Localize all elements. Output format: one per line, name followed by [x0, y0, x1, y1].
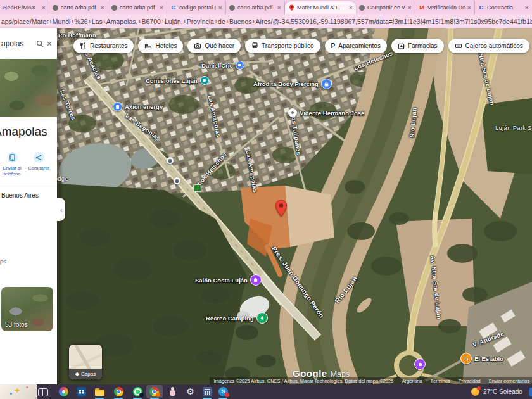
attribution-link[interactable]: Argentina	[402, 378, 422, 384]
clear-search-icon[interactable]: ×	[47, 39, 52, 49]
tab-verificacion[interactable]: M Verificación Docu... ×	[415, 1, 475, 14]
notification-badge	[156, 393, 160, 397]
poi-recreo-camping[interactable]: Recreo Camping	[206, 312, 268, 324]
poi-daniel-cric[interactable]: Daniel Cric	[201, 61, 244, 70]
close-icon[interactable]: ×	[101, 4, 104, 11]
address-bar[interactable]: aps/place/Mater+Mundi+%26+Las+Amapolas,+…	[0, 14, 532, 29]
destination-pin-icon[interactable]	[275, 200, 288, 220]
close-icon[interactable]: ×	[42, 4, 46, 11]
attraction-poi-icon[interactable]	[414, 358, 426, 370]
maps-place-panel: apolas × Amapolas Enviar al teléfono Com…	[0, 28, 57, 384]
poi-afrodita-body-piercing[interactable]: Afrodita Body Piercing	[253, 79, 332, 89]
chip-transporte[interactable]: Transporte público	[245, 39, 320, 53]
settings-gear-icon[interactable]: ⚙	[186, 387, 195, 396]
notification-badge	[139, 393, 144, 397]
parking-icon: P	[331, 42, 336, 49]
tab-carto-arba-3[interactable]: carto arba.pdf ×	[226, 1, 285, 14]
skype-app-icon[interactable]: S	[218, 387, 228, 396]
close-icon[interactable]: ×	[277, 4, 281, 11]
bus-stop-icon[interactable]	[167, 157, 174, 164]
shopping-poi-icon[interactable]	[321, 79, 332, 89]
tab-codigo-postal[interactable]: G codigo postal de ×	[167, 1, 226, 14]
google-favicon-icon: G	[170, 4, 177, 11]
collapse-panel-button[interactable]: ‹	[57, 198, 65, 221]
generic-poi-icon[interactable]	[288, 108, 297, 117]
close-icon[interactable]: ×	[467, 4, 471, 11]
atm-icon	[455, 42, 462, 49]
poi-el-establo[interactable]: El Establo	[460, 353, 504, 364]
chip-cajeros[interactable]: Cajeros automáticos	[448, 39, 529, 53]
maps-pin-favicon-icon	[288, 4, 294, 11]
chrome-active-icon[interactable]	[149, 387, 159, 396]
bus-stop-icon[interactable]	[174, 177, 180, 184]
poi-comisiones-lujan[interactable]: Comisiones Luján	[146, 76, 209, 85]
file-explorer-icon[interactable]	[95, 388, 104, 396]
street-label: Ro Hoffmann	[58, 32, 96, 39]
microsoft-store-icon[interactable]	[77, 387, 86, 396]
widgets-button[interactable]: ✦ ✦	[0, 384, 37, 399]
url-text: aps/place/Mater+Mundi+%26+Las+Amapolas,+…	[0, 18, 532, 25]
close-icon[interactable]: ×	[349, 4, 353, 11]
restaurant-poi-icon[interactable]	[460, 353, 472, 364]
figure-app-icon[interactable]	[168, 387, 177, 396]
gas-station-poi-icon[interactable]	[113, 102, 122, 111]
task-view-icon[interactable]	[38, 388, 48, 396]
chip-que-hacer[interactable]: Qué hacer	[187, 39, 241, 53]
send-to-phone-action[interactable]: Enviar al teléfono	[0, 152, 25, 177]
restaurant-icon	[80, 42, 87, 49]
tab-contractia[interactable]: C Contractia ×	[475, 1, 532, 14]
chip-farmacias[interactable]: Farmacias	[391, 39, 444, 53]
poi-salon-costa-lujan[interactable]: Salón Costa Luján	[195, 274, 262, 286]
sparkle-icon: ✦	[14, 386, 21, 395]
share-icon[interactable]	[34, 152, 44, 163]
close-icon[interactable]: ×	[160, 4, 163, 11]
tab-mater-mundi-active[interactable]: Mater Mundi & L... ×	[285, 1, 356, 14]
chrome-icon[interactable]	[114, 387, 124, 396]
divider	[0, 187, 57, 187]
attribution-link[interactable]: Privacidad	[459, 378, 481, 384]
send-to-phone-icon[interactable]	[7, 152, 18, 163]
search-icon[interactable]	[36, 40, 44, 48]
close-icon[interactable]: ×	[408, 4, 412, 11]
weather-text: 27°C Soleado	[483, 388, 522, 395]
place-title: Amapolas	[0, 125, 48, 139]
whatsapp-icon[interactable]	[133, 387, 142, 396]
place-hero-photo[interactable]	[0, 59, 57, 117]
event-venue-poi-icon[interactable]	[250, 274, 262, 286]
close-icon[interactable]: ×	[525, 4, 529, 11]
chip-aparcamientos[interactable]: P Aparcamientos	[325, 39, 387, 53]
maps-search-box[interactable]: apolas ×	[0, 28, 57, 59]
attribution-link[interactable]: Enviar comentarios	[489, 378, 529, 384]
search-input[interactable]: apolas	[1, 39, 33, 48]
pinwheel-app-icon[interactable]	[59, 387, 68, 396]
category-chips: Restaurantes Hoteles Qué hacer Transport…	[73, 39, 529, 53]
park-poi-icon[interactable]	[256, 312, 268, 324]
chip-hoteles[interactable]: Hoteles	[138, 39, 183, 53]
tab-carto-arba-1[interactable]: carto arba.pdf ×	[49, 1, 108, 14]
address-row[interactable]: Buenos Aires	[1, 192, 39, 199]
share-action[interactable]: Compartir	[26, 152, 51, 171]
photos-card[interactable]: 53 fotos	[1, 287, 53, 331]
photos-count-label: 53 fotos	[5, 321, 28, 328]
weather-widget[interactable]: 27°C Soleado	[471, 384, 522, 399]
store-poi-icon[interactable]	[236, 61, 244, 70]
chip-restaurantes[interactable]: Restaurantes	[73, 39, 134, 53]
poi-attraction[interactable]	[414, 358, 426, 370]
calculator-icon[interactable]	[203, 387, 212, 396]
poi-axion-energy[interactable]: Axion energy	[113, 102, 163, 111]
map-canvas[interactable]: ‹ Restaurantes Hoteles Qué hacer Transpo…	[57, 28, 532, 384]
transit-icon	[251, 42, 258, 49]
tab-compartir[interactable]: Compartir en Wh... ×	[356, 1, 415, 14]
attribution-link[interactable]: Términos	[431, 378, 450, 384]
tray-app-icon[interactable]	[529, 388, 532, 396]
poi-vidente-hermano-jose[interactable]: Vidente Hermano José	[288, 108, 364, 117]
imagery-credits: Imágenes ©2025 Airbus, CNES / Airbus, Ma…	[213, 378, 393, 384]
pharmacy-icon	[398, 42, 405, 49]
route-shield-icon	[193, 184, 201, 192]
camera-icon	[194, 42, 201, 49]
tab-redremax[interactable]: RedRE/MAX ×	[0, 1, 49, 14]
layers-control[interactable]: ◆ Capas	[68, 344, 103, 380]
briefcase-poi-icon[interactable]	[200, 76, 209, 85]
close-icon[interactable]: ×	[218, 4, 222, 11]
tab-carto-arba-2[interactable]: carto arba.pdf ×	[108, 1, 167, 14]
